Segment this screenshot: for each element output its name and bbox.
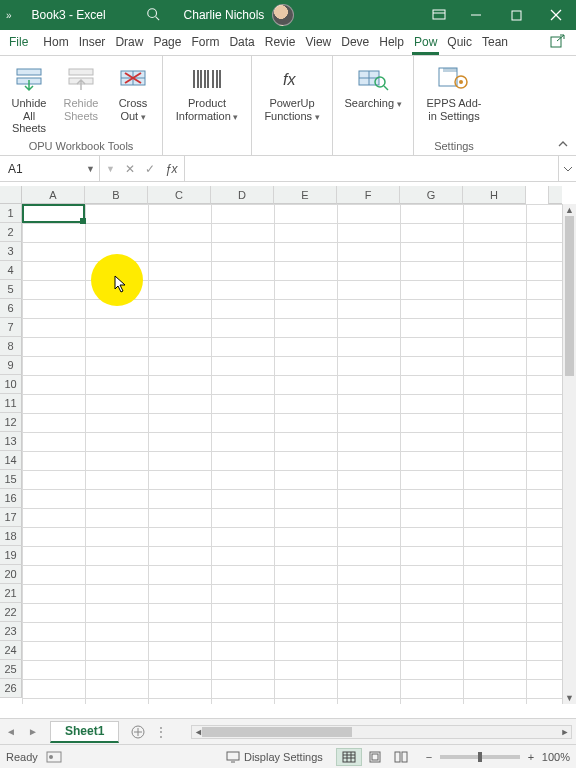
formula-menu-icon[interactable]: ▼	[106, 164, 115, 174]
zoom-out-button[interactable]: −	[422, 751, 436, 763]
ribbon-group-opu: Unhide All Sheets Rehide Sheets Cross Ou…	[0, 56, 163, 155]
zoom-slider[interactable]	[440, 755, 520, 759]
tab-deve[interactable]: Deve	[336, 31, 374, 55]
row-header-1[interactable]: 1	[0, 204, 22, 223]
zoom-in-button[interactable]: +	[524, 751, 538, 763]
row-header-10[interactable]: 10	[0, 375, 22, 394]
tab-tean[interactable]: Tean	[477, 31, 513, 55]
tab-help[interactable]: Help	[374, 31, 409, 55]
scroll-down-button[interactable]: ▼	[563, 692, 576, 704]
enter-formula-button[interactable]: ✓	[145, 162, 155, 176]
account-area[interactable]: Charlie Nichols	[184, 4, 295, 26]
row-header-12[interactable]: 12	[0, 413, 22, 432]
tab-draw[interactable]: Draw	[110, 31, 148, 55]
row-header-13[interactable]: 13	[0, 432, 22, 451]
tab-quic[interactable]: Quic	[442, 31, 477, 55]
row-header-20[interactable]: 20	[0, 565, 22, 584]
row-header-24[interactable]: 24	[0, 641, 22, 660]
display-settings-button[interactable]: Display Settings	[221, 749, 328, 765]
row-header-3[interactable]: 3	[0, 242, 22, 261]
ribbon-display-options-button[interactable]	[422, 0, 456, 30]
view-page-break-button[interactable]	[388, 748, 414, 766]
tab-file[interactable]: File	[4, 31, 38, 55]
row-header-4[interactable]: 4	[0, 261, 22, 280]
zoom-level[interactable]: 100%	[542, 751, 570, 763]
row-header-25[interactable]: 25	[0, 660, 22, 679]
tab-inser[interactable]: Inser	[74, 31, 111, 55]
macro-record-icon[interactable]	[46, 751, 62, 763]
column-header-F[interactable]: F	[337, 186, 400, 204]
row-header-9[interactable]: 9	[0, 356, 22, 375]
column-header-E[interactable]: E	[274, 186, 337, 204]
close-button[interactable]	[536, 0, 576, 30]
qat-overflow-icon[interactable]: »	[6, 10, 12, 21]
tab-pow[interactable]: Pow	[409, 31, 442, 55]
column-header-D[interactable]: D	[211, 186, 274, 204]
rehide-sheets-button[interactable]: Rehide Sheets	[56, 60, 106, 137]
cells-area[interactable]	[22, 204, 562, 704]
column-header-C[interactable]: C	[148, 186, 211, 204]
unhide-all-sheets-button[interactable]: Unhide All Sheets	[4, 60, 54, 137]
spreadsheet-grid[interactable]: ABCDEFGH 1234567891011121314151617181920…	[0, 186, 576, 718]
column-header-partial[interactable]	[548, 186, 562, 204]
maximize-button[interactable]	[496, 0, 536, 30]
sheet-nav-next[interactable]: ►	[22, 719, 44, 745]
column-header-A[interactable]: A	[22, 186, 85, 204]
epps-settings-button[interactable]: EPPS Add- in Settings	[418, 60, 490, 124]
active-cell[interactable]	[22, 204, 85, 223]
row-header-15[interactable]: 15	[0, 470, 22, 489]
cross-out-button[interactable]: Cross Out	[108, 60, 158, 137]
row-header-26[interactable]: 26	[0, 679, 22, 698]
row-header-2[interactable]: 2	[0, 223, 22, 242]
column-header-H[interactable]: H	[463, 186, 526, 204]
row-header-8[interactable]: 8	[0, 337, 22, 356]
tab-form[interactable]: Form	[186, 31, 224, 55]
formula-input[interactable]	[185, 156, 558, 181]
name-box[interactable]: A1 ▼	[0, 156, 100, 181]
searching-button[interactable]: Searching	[337, 60, 409, 124]
insert-function-button[interactable]: ƒx	[165, 162, 178, 176]
sheet-tab-split[interactable]: ⋮	[151, 725, 171, 739]
search-icon[interactable]	[146, 7, 160, 24]
tab-revie[interactable]: Revie	[260, 31, 301, 55]
sheet-nav-prev[interactable]: ◄	[0, 719, 22, 745]
horizontal-scrollbar[interactable]: ◄ ►	[191, 725, 572, 739]
column-header-B[interactable]: B	[85, 186, 148, 204]
row-header-6[interactable]: 6	[0, 299, 22, 318]
product-information-button[interactable]: Product Information	[167, 60, 247, 124]
powerup-functions-button[interactable]: fx PowerUp Functions	[256, 60, 328, 124]
vertical-scrollbar[interactable]: ▲ ▼	[562, 204, 576, 704]
minimize-button[interactable]	[456, 0, 496, 30]
sheet-tab-active[interactable]: Sheet1	[50, 721, 119, 743]
row-header-18[interactable]: 18	[0, 527, 22, 546]
row-header-16[interactable]: 16	[0, 489, 22, 508]
row-header-7[interactable]: 7	[0, 318, 22, 337]
tab-data[interactable]: Data	[224, 31, 259, 55]
collapse-ribbon-button[interactable]	[554, 135, 572, 153]
expand-formula-bar-button[interactable]	[558, 156, 576, 181]
cancel-formula-button[interactable]: ✕	[125, 162, 135, 176]
chevron-down-icon[interactable]: ▼	[86, 164, 95, 174]
share-button[interactable]	[544, 30, 572, 55]
row-header-11[interactable]: 11	[0, 394, 22, 413]
hscroll-thumb[interactable]	[202, 727, 352, 737]
row-header-5[interactable]: 5	[0, 280, 22, 299]
zoom-slider-thumb[interactable]	[478, 752, 482, 762]
row-header-19[interactable]: 19	[0, 546, 22, 565]
row-header-14[interactable]: 14	[0, 451, 22, 470]
view-normal-button[interactable]	[336, 748, 362, 766]
column-header-G[interactable]: G	[400, 186, 463, 204]
scroll-up-button[interactable]: ▲	[563, 204, 576, 216]
scroll-right-button[interactable]: ►	[559, 726, 571, 738]
row-header-22[interactable]: 22	[0, 603, 22, 622]
scroll-thumb[interactable]	[565, 216, 574, 376]
view-page-layout-button[interactable]	[362, 748, 388, 766]
select-all-corner[interactable]	[0, 186, 22, 204]
tab-page[interactable]: Page	[148, 31, 186, 55]
tab-hom[interactable]: Hom	[38, 31, 73, 55]
row-header-23[interactable]: 23	[0, 622, 22, 641]
row-header-21[interactable]: 21	[0, 584, 22, 603]
new-sheet-button[interactable]	[125, 719, 151, 745]
tab-view[interactable]: View	[300, 31, 336, 55]
row-header-17[interactable]: 17	[0, 508, 22, 527]
